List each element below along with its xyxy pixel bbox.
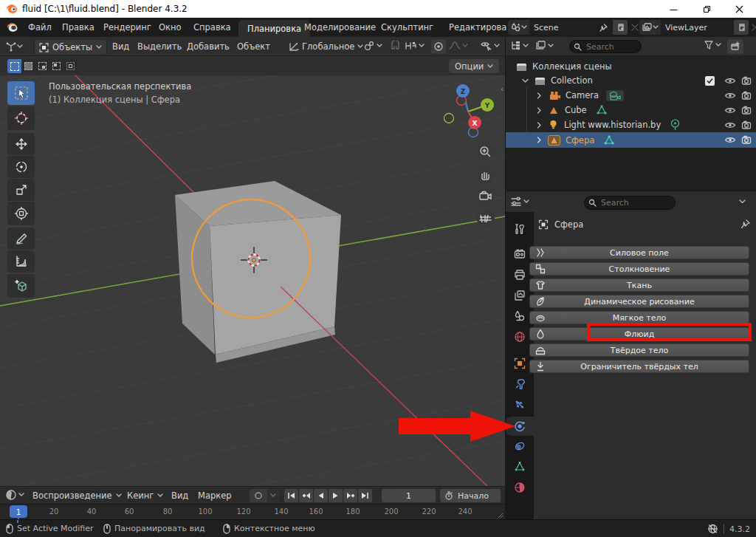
falloff-dropdown[interactable] xyxy=(449,40,468,51)
render-visibility-icon[interactable] xyxy=(741,106,752,114)
hide-eye-icon[interactable] xyxy=(724,106,736,114)
menu-edit[interactable]: Правка xyxy=(62,22,94,33)
mode-dropdown[interactable]: Объекты xyxy=(34,39,107,55)
gizmo-neg-y[interactable] xyxy=(444,114,454,123)
select-mode-extend[interactable] xyxy=(35,59,49,73)
properties-type-button[interactable] xyxy=(510,196,529,208)
outliner-display-dropdown[interactable] xyxy=(535,40,554,51)
autokey-toggle[interactable] xyxy=(250,489,267,502)
outliner-row-sphere-selected[interactable]: Сфера xyxy=(506,132,756,148)
next-keyframe-button[interactable] xyxy=(343,489,357,502)
tool-annotate[interactable] xyxy=(7,228,35,250)
outliner-type-button[interactable] xyxy=(510,40,529,51)
tool-cursor[interactable] xyxy=(7,106,35,130)
maximize-button[interactable] xyxy=(690,0,722,18)
current-frame-field[interactable]: 1 xyxy=(382,489,436,502)
properties-search-input[interactable] xyxy=(584,196,676,210)
hide-eye-icon[interactable] xyxy=(724,92,736,100)
tab-material-icon[interactable] xyxy=(514,482,526,493)
tool-select-box-active[interactable] xyxy=(7,81,35,105)
scene-copy-button[interactable] xyxy=(613,20,628,35)
tab-object-icon[interactable] xyxy=(514,358,526,369)
select-mode-intersect[interactable] xyxy=(63,59,78,73)
playhead-badge[interactable]: 1 xyxy=(10,505,27,518)
keying-menu[interactable]: Кеинг xyxy=(127,490,163,501)
outliner-row-cube[interactable]: Cube xyxy=(506,103,756,117)
physics-dynamic-paint-button[interactable]: Динамическое рисование xyxy=(529,295,749,308)
tab-modifiers-icon[interactable] xyxy=(514,378,526,390)
scene-type-dropdown[interactable] xyxy=(508,20,529,35)
resize-grip[interactable] xyxy=(496,511,504,519)
expand-chevron-icon[interactable] xyxy=(537,137,542,143)
scene-name-field[interactable]: Scene xyxy=(529,20,612,35)
tool-rotate[interactable] xyxy=(7,156,35,178)
physics-rigid-body-constraint-button[interactable]: Ограничитель твёрдых тел xyxy=(529,360,749,373)
start-frame-field[interactable]: Начало xyxy=(440,489,501,502)
render-visibility-icon[interactable] xyxy=(741,91,752,100)
menu-add[interactable]: Добавить xyxy=(187,41,230,52)
properties-options-chevron[interactable] xyxy=(739,199,746,205)
menu-window[interactable]: Окно xyxy=(159,22,182,33)
menu-file[interactable]: Файл xyxy=(28,22,52,33)
viewlayer-name-field[interactable]: ViewLayer xyxy=(661,20,733,35)
physics-force-field-button[interactable]: Силовое поле xyxy=(529,246,749,259)
blender-menu-icon[interactable] xyxy=(6,21,18,33)
physics-cloth-button[interactable]: Ткань xyxy=(529,278,749,292)
collapse-chevron-icon[interactable] xyxy=(522,78,529,83)
physics-rigid-body-button[interactable]: Твёрдое тело xyxy=(529,343,749,357)
orientation-dropdown[interactable]: Глобальное xyxy=(288,40,363,53)
hide-eye-icon[interactable] xyxy=(724,136,736,144)
outliner-row-light[interactable]: Light www.historian.by xyxy=(506,117,756,132)
outliner-row-collection[interactable]: Collection xyxy=(506,73,756,88)
physics-collision-button[interactable]: Столкновение xyxy=(529,262,749,276)
tab-tool-icon[interactable] xyxy=(514,223,526,235)
tool-measure[interactable] xyxy=(7,250,35,273)
tab-output-icon[interactable] xyxy=(514,269,526,281)
outliner-row-scene-collection[interactable]: Коллекция сцены xyxy=(506,59,756,74)
viewlayer-type-dropdown[interactable] xyxy=(639,20,661,35)
close-button[interactable] xyxy=(722,0,756,18)
tool-transform[interactable] xyxy=(7,202,35,225)
timeline-ruler[interactable]: 20 40 60 80 100 120 140 160 180 200 220 … xyxy=(0,504,505,519)
offline-globe-icon[interactable] xyxy=(707,523,718,534)
tab-data-icon[interactable] xyxy=(514,461,526,473)
pivot-point-dropdown[interactable] xyxy=(363,40,382,52)
tab-scene-icon[interactable] xyxy=(514,310,526,322)
editor-type-button[interactable] xyxy=(5,40,23,53)
play-reverse-button[interactable] xyxy=(314,489,328,502)
timeline-view-menu[interactable]: Вид xyxy=(171,490,188,501)
play-button[interactable] xyxy=(329,489,343,502)
select-mode-subtract[interactable] xyxy=(49,59,63,73)
render-visibility-icon[interactable] xyxy=(741,120,752,129)
outliner-filter-dropdown[interactable] xyxy=(704,40,721,50)
render-visibility-icon[interactable] xyxy=(741,135,752,144)
autokey-dropdown[interactable] xyxy=(267,489,279,502)
render-visibility-icon[interactable] xyxy=(741,76,752,85)
expand-chevron-icon[interactable] xyxy=(537,92,542,99)
options-button[interactable]: Опции xyxy=(449,59,499,73)
pin-icon[interactable] xyxy=(740,219,750,229)
tool-scale[interactable] xyxy=(7,179,35,201)
playback-menu[interactable]: Воспроизведение xyxy=(32,490,122,501)
menu-help[interactable]: Справка xyxy=(193,22,231,33)
hide-eye-icon[interactable] xyxy=(724,121,736,129)
menu-object[interactable]: Объект xyxy=(237,41,270,52)
tab-world-icon[interactable] xyxy=(514,331,526,343)
hide-eye-icon[interactable] xyxy=(724,77,736,85)
tab-editing[interactable]: Редактирование xyxy=(449,22,506,33)
viewlayer-copy-button[interactable] xyxy=(734,20,749,35)
jump-to-end-button[interactable] xyxy=(358,489,372,502)
select-mode-tweak-active[interactable] xyxy=(7,59,21,73)
minimize-button[interactable] xyxy=(657,0,690,18)
jump-to-start-button[interactable] xyxy=(284,489,298,502)
tab-viewlayer-icon[interactable] xyxy=(514,290,526,301)
tool-add-cube[interactable] xyxy=(7,274,35,298)
exclude-checkbox[interactable] xyxy=(705,76,715,86)
proportional-editing-button[interactable] xyxy=(431,39,446,54)
new-collection-button[interactable] xyxy=(727,39,743,54)
tab-render-icon[interactable] xyxy=(514,248,526,260)
menu-render[interactable]: Рендеринг xyxy=(103,22,151,33)
outliner-row-camera[interactable]: Camera xyxy=(506,88,756,103)
select-mode-box[interactable] xyxy=(21,59,35,73)
menu-view[interactable]: Вид xyxy=(112,41,129,52)
